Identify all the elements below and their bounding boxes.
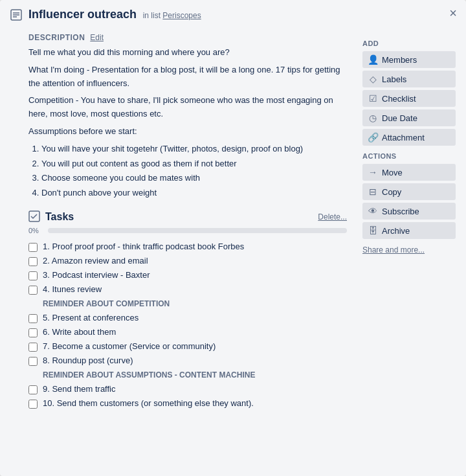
task-checkbox[interactable]: [28, 400, 38, 409]
edit-link[interactable]: Edit: [90, 33, 104, 42]
task-item: 10. Send them customers (or something el…: [28, 396, 347, 411]
task-item: 8. Roundup post (curve): [28, 354, 347, 368]
task-item: 1. Proof proof proof - think traffic pod…: [28, 240, 347, 254]
description-section: Description Edit Tell me what you did th…: [28, 33, 347, 200]
subscribe-button[interactable]: 👁 Subscribe: [362, 203, 456, 220]
list-item: Choose someone you could be mates with: [41, 172, 347, 185]
task-checkbox[interactable]: [28, 286, 38, 295]
list-item: Don't punch above your weight: [41, 187, 347, 200]
in-list-text: in list Periscopes: [143, 11, 201, 20]
task-item: 5. Present at conferences: [28, 311, 347, 325]
task-list: 1. Proof proof proof - think traffic pod…: [28, 240, 347, 411]
actions-section-title: Actions: [362, 152, 456, 160]
attachment-icon: 🔗: [368, 132, 378, 142]
labels-button[interactable]: ◇ Labels: [362, 71, 456, 87]
close-button[interactable]: ×: [449, 6, 457, 19]
task-item: 7. Become a customer (Service or communi…: [28, 339, 347, 354]
checklist-add-icon: ☑: [368, 93, 378, 104]
add-section-title: Add: [362, 40, 456, 47]
main-content: Description Edit Tell me what you did th…: [0, 28, 357, 476]
labels-icon: ◇: [368, 74, 378, 84]
task-reminder: REMINDER ABOUT ASSUMPTIONS - CONTENT MAC…: [28, 368, 347, 382]
subscribe-icon: 👁: [368, 206, 378, 216]
task-checkbox[interactable]: [28, 385, 38, 394]
task-item: 2. Amazon review and email: [28, 254, 347, 268]
description-label: Description Edit: [28, 33, 347, 42]
share-more-link[interactable]: Share and more...: [362, 243, 425, 257]
members-button[interactable]: 👤 Members: [362, 51, 456, 68]
progress-track: [48, 228, 347, 233]
task-checkbox[interactable]: [28, 314, 38, 323]
progress-label: 0%: [28, 227, 44, 234]
progress-bar-wrapper: 0%: [28, 227, 347, 234]
due-date-button[interactable]: ◷ Due Date: [362, 109, 456, 126]
tasks-header: Tasks Delete...: [28, 210, 347, 224]
archive-button[interactable]: 🗄 Archive: [362, 222, 456, 239]
copy-button[interactable]: ⊟ Copy: [362, 183, 456, 200]
card-icon: [10, 9, 22, 23]
modal-container: Influencer outreach in list Periscopes ×…: [0, 0, 466, 476]
task-checkbox[interactable]: [28, 357, 38, 366]
title-area: Influencer outreach in list Periscopes: [28, 8, 456, 21]
checklist-icon: [28, 210, 40, 224]
description-text: Tell me what you did this morning and wh…: [28, 46, 347, 200]
tasks-section: Tasks Delete... 0% 1. Proof proof proof …: [28, 210, 347, 411]
move-icon: →: [368, 167, 378, 177]
task-checkbox[interactable]: [28, 343, 38, 352]
task-checkbox[interactable]: [28, 257, 38, 266]
copy-icon: ⊟: [368, 187, 378, 197]
checklist-button[interactable]: ☑ Checklist: [362, 90, 456, 107]
task-reminder: REMINDER ABOUT COMPETITION: [28, 297, 347, 311]
modal-body: Description Edit Tell me what you did th…: [0, 28, 466, 476]
due-date-icon: ◷: [368, 113, 378, 123]
archive-icon: 🗄: [368, 225, 378, 236]
list-link[interactable]: Periscopes: [162, 11, 201, 20]
attachment-button[interactable]: 🔗 Attachment: [362, 129, 456, 146]
task-checkbox[interactable]: [28, 271, 38, 280]
task-checkbox[interactable]: [28, 243, 38, 252]
task-item: 4. Itunes review: [28, 282, 347, 297]
task-item: 9. Send them traffic: [28, 382, 347, 396]
tasks-title: Tasks: [45, 211, 313, 223]
delete-button[interactable]: Delete...: [318, 212, 347, 221]
modal-header: Influencer outreach in list Periscopes ×: [0, 0, 466, 28]
modal-title: Influencer outreach: [28, 8, 137, 21]
list-item: You will have your shit togetehr (Twitte…: [41, 142, 347, 156]
task-item: 3. Podcast interview - Baxter: [28, 268, 347, 282]
task-item: 6. Write about them: [28, 325, 347, 339]
task-checkbox[interactable]: [28, 328, 38, 337]
sidebar: Add 👤 Members ◇ Labels ☑ Checklist ◷ Due…: [357, 28, 466, 476]
members-icon: 👤: [368, 54, 378, 65]
move-button[interactable]: → Move: [362, 164, 456, 181]
list-item: You will put out content as good as them…: [41, 157, 347, 171]
